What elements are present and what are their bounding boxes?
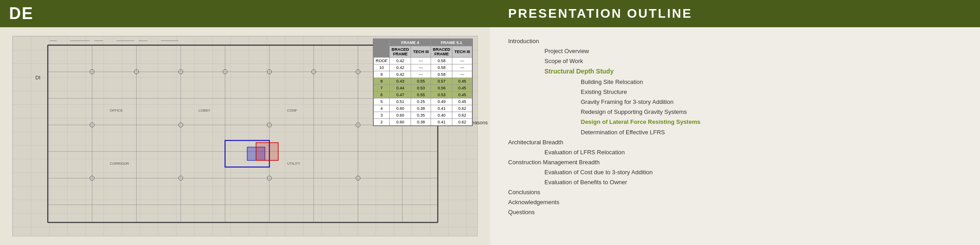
table-subheader-bf51: BRACEDFRAME <box>431 46 452 58</box>
table-cell-bf4: 0.60 <box>389 105 411 112</box>
table-cell-bf4: 0.60 <box>389 119 411 126</box>
outline-item: Gravity Framing for 3-story Addition <box>581 97 962 107</box>
right-header: PRESENTATION OUTLINE <box>490 0 980 27</box>
table-cell-bf51: 0.56 <box>431 85 452 92</box>
table-cell-bf4: 0.47 <box>389 92 411 98</box>
table-cell-bf51: 0.53 <box>431 92 452 98</box>
right-panel: PRESENTATION OUTLINE IntroductionProject… <box>490 0 980 245</box>
table-cell-t3-51: --- <box>452 64 472 71</box>
outline-item: Redesign of Supporting Gravity Systems <box>581 107 962 117</box>
table-subheader-bf4: BRACEDFRAME <box>389 46 411 58</box>
stiffness-table: FRAME 4 FRAME 5.1 BRACEDFRAME TECH III B… <box>373 39 472 126</box>
svg-text:OFFICE: OFFICE <box>110 108 123 113</box>
table-cell-bf51: 0.58 <box>431 64 452 71</box>
outline-item: Design of Lateral Force Resisting System… <box>581 117 962 127</box>
left-header: DE <box>0 0 490 27</box>
table-cell-bf4: 0.42 <box>389 64 411 71</box>
table-cell-bf51: 0.49 <box>431 98 452 105</box>
table-cell-level: 9 <box>373 71 389 78</box>
table-cell-level: 10 <box>373 64 389 71</box>
outline-content: IntroductionProject OverviewScope of Wor… <box>490 27 980 245</box>
outline-item: Introduction <box>508 36 962 46</box>
table-cell-t3-51: --- <box>452 58 472 64</box>
table-cell-t3-51: 0.62 <box>452 112 472 119</box>
table-cell-bf51: 0.41 <box>431 105 452 112</box>
outline-item: Building Site Relocation <box>581 77 962 87</box>
table-cell-level: 5 <box>373 98 389 105</box>
table-header-frame51: FRAME 5.1 <box>431 39 472 46</box>
table-header-frame4: FRAME 4 <box>389 39 431 46</box>
table-cell-level: 8 <box>373 78 389 85</box>
table-cell-t3-4: --- <box>411 64 431 71</box>
svg-rect-36 <box>256 143 278 161</box>
outline-item: Determination of Effective LFRS <box>581 127 962 137</box>
table-subheader-t3-51: TECH III <box>452 46 472 58</box>
outline-item: Questions <box>508 207 962 217</box>
table-cell-t3-51: 0.62 <box>452 119 472 126</box>
right-header-title: PRESENTATION OUTLINE <box>508 6 692 21</box>
blueprint-bg: OFFICE LOBBY CONF CORRIDOR UTILITY FRAME… <box>12 36 478 236</box>
table-cell-t3-4: 0.35 <box>411 112 431 119</box>
svg-text:LOBBY: LOBBY <box>198 108 211 113</box>
table-cell-bf4: 0.42 <box>389 58 411 64</box>
table-header-level <box>373 39 389 58</box>
svg-rect-43 <box>192 38 205 42</box>
svg-text:CORRIDOR: CORRIDOR <box>110 162 129 166</box>
table-cell-level: ROOF <box>373 58 389 64</box>
outline-item: Architectural Breadth <box>508 137 962 147</box>
table-cell-bf4: 0.42 <box>389 71 411 78</box>
left-header-title: DE <box>9 4 34 23</box>
table-cell-bf4: 0.60 <box>389 112 411 119</box>
table-cell-t3-51: --- <box>452 71 472 78</box>
table-overlay: FRAME 4 FRAME 5.1 BRACEDFRAME TECH III B… <box>373 39 473 126</box>
svg-rect-40 <box>57 38 70 42</box>
outline-item: Scope of Work <box>544 56 962 66</box>
table-cell-bf4: 0.43 <box>389 78 411 85</box>
table-cell-t3-4: 0.38 <box>411 105 431 112</box>
table-cell-t3-51: 0.45 <box>452 78 472 85</box>
table-cell-level: 4 <box>373 105 389 112</box>
table-cell-bf51: 0.57 <box>431 78 452 85</box>
outline-item: Evaluation of LFRS Relocation <box>544 147 962 157</box>
small-label: DI <box>35 75 40 80</box>
table-cell-level: 6 <box>373 92 389 98</box>
table-cell-t3-51: 0.45 <box>452 85 472 92</box>
blueprint-area: OFFICE LOBBY CONF CORRIDOR UTILITY FRAME… <box>0 27 490 245</box>
svg-text:UTILITY: UTILITY <box>287 162 301 166</box>
table-cell-t3-4: --- <box>411 58 431 64</box>
table-cell-bf4: 0.44 <box>389 85 411 92</box>
svg-rect-42 <box>147 38 161 42</box>
left-panel: DE <box>0 0 490 245</box>
svg-text:CONF: CONF <box>287 108 297 113</box>
outline-item: Evaluation of Cost due to 3-story Additi… <box>544 167 962 177</box>
table-cell-bf51: 0.58 <box>431 71 452 78</box>
table-cell-bf51: 0.58 <box>431 58 452 64</box>
outline-item: Project Overview <box>544 46 962 56</box>
table-cell-level: 2 <box>373 119 389 126</box>
table-cell-t3-4: --- <box>411 71 431 78</box>
table-subheader-t3-4: TECH III <box>411 46 431 58</box>
table-cell-t3-51: 0.45 <box>452 92 472 98</box>
outline-item: Structural Depth Study <box>544 66 962 77</box>
table-cell-t3-51: 0.62 <box>452 105 472 112</box>
table-cell-t3-4: 0.53 <box>411 85 431 92</box>
table-cell-level: 7 <box>373 85 389 92</box>
outline-item: Construction Management Breadth <box>508 157 962 167</box>
table-cell-t3-4: 0.55 <box>411 92 431 98</box>
table-cell-bf51: 0.41 <box>431 119 452 126</box>
outline-item: Existing Structure <box>581 87 962 97</box>
outline-item: Evaluation of Benefits to Owner <box>544 177 962 187</box>
table-cell-t3-4: 0.25 <box>411 98 431 105</box>
outline-item: Acknowledgements <box>508 197 962 207</box>
table-cell-level: 3 <box>373 112 389 119</box>
table-cell-t3-51: 0.45 <box>452 98 472 105</box>
outline-item: Conclusions <box>508 187 962 197</box>
table-cell-bf4: 0.51 <box>389 98 411 105</box>
table-cell-t3-4: 0.55 <box>411 78 431 85</box>
table-cell-t3-4: 0.38 <box>411 119 431 126</box>
table-cell-bf51: 0.40 <box>431 112 452 119</box>
svg-rect-41 <box>103 38 116 42</box>
